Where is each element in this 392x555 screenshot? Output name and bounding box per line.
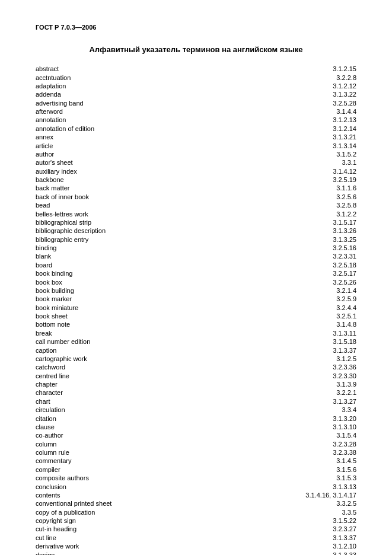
term-cell: conclusion	[36, 482, 260, 490]
term-cell: copyright sign	[36, 516, 260, 525]
ref-cell: 3.1.2.12	[260, 82, 356, 90]
term-cell: chapter	[36, 380, 260, 388]
table-row: conclusion3.1.3.13	[36, 482, 356, 490]
term-cell: book sheet	[36, 312, 260, 320]
term-cell: author	[36, 150, 260, 158]
ref-cell: 3.1.4.8	[260, 320, 356, 328]
ref-cell: 3.2.5.28	[260, 99, 356, 107]
ref-cell: 3.2.1.4	[260, 286, 356, 295]
table-row: board3.2.5.18	[36, 261, 356, 269]
ref-cell: 3.1.5.3	[260, 474, 356, 482]
term-cell: addenda	[36, 90, 260, 98]
ref-cell: 3.1.5.6	[260, 465, 356, 474]
ref-cell: 3.1.5.4	[260, 431, 356, 439]
ref-cell: 3.1.4.4	[260, 107, 356, 116]
table-row: autor's sheet3.3.1	[36, 158, 356, 167]
table-row: conventional printed sheet3.3.2.5	[36, 499, 356, 508]
table-row: bibliographical strip3.1.5.17	[36, 218, 356, 227]
term-cell: caption	[36, 346, 260, 354]
term-cell: circulation	[36, 406, 260, 414]
term-cell: bibliographic description	[36, 227, 260, 235]
table-row: acctntuation3.2.2.8	[36, 73, 356, 81]
table-row: book marker3.2.5.9	[36, 295, 356, 303]
table-row: backbone3.2.5.19	[36, 176, 356, 184]
table-row: afterword3.1.4.4	[36, 107, 356, 116]
term-cell: cut-in heading	[36, 525, 260, 533]
table-row: addenda3.1.3.22	[36, 90, 356, 98]
table-row: bibliographic entry3.1.3.25	[36, 235, 356, 244]
ref-cell: 3.1.3.33	[260, 550, 356, 555]
table-row: clause3.1.3.10	[36, 423, 356, 431]
ref-cell: 3.2.5.8	[260, 201, 356, 209]
ref-cell: 3.1.3.37	[260, 346, 356, 354]
term-cell: adaptation	[36, 82, 260, 90]
table-row: cartographic work3.1.2.5	[36, 355, 356, 363]
term-cell: column rule	[36, 448, 260, 457]
term-cell: commentary	[36, 457, 260, 465]
term-cell: book miniature	[36, 304, 260, 312]
term-cell: board	[36, 261, 260, 269]
table-row: adaptation3.1.2.12	[36, 82, 356, 90]
term-cell: book marker	[36, 295, 260, 303]
table-row: copy of a publication3.3.5	[36, 508, 356, 516]
table-row: circulation3.3.4	[36, 406, 356, 414]
table-row: bottom note3.1.4.8	[36, 320, 356, 328]
table-row: chapter3.1.3.9	[36, 380, 356, 388]
table-row: book miniature3.2.4.4	[36, 304, 356, 312]
table-row: centred line3.2.3.30	[36, 372, 356, 380]
term-cell: bibliographical strip	[36, 218, 260, 227]
table-row: bead3.2.5.8	[36, 201, 356, 209]
ref-cell: 3.2.2.1	[260, 388, 356, 397]
term-cell: book box	[36, 278, 260, 286]
term-cell: auxiliary index	[36, 167, 260, 176]
ref-cell: 3.3.5	[260, 508, 356, 516]
ref-cell: 3.1.4.16, 3.1.4.17	[260, 491, 356, 499]
ref-cell: 3.1.3.20	[260, 414, 356, 422]
ref-cell: 3.1.3.37	[260, 534, 356, 542]
ref-cell: 3.1.3.26	[260, 227, 356, 235]
table-row: annotation of edition3.1.2.14	[36, 125, 356, 133]
term-cell: annex	[36, 133, 260, 141]
ref-cell: 3.1.2.5	[260, 355, 356, 363]
page-title: Алфавитный указатель терминов на английс…	[36, 45, 356, 54]
table-row: compiler3.1.5.6	[36, 465, 356, 474]
ref-cell: 3.3.4	[260, 406, 356, 414]
ref-cell: 3.1.3.22	[260, 90, 356, 98]
ref-cell: 3.1.3.25	[260, 235, 356, 244]
table-row: belles-lettres work3.1.2.2	[36, 209, 356, 218]
ref-cell: 3.1.3.21	[260, 133, 356, 141]
ref-cell: 3.1.2.15	[260, 65, 356, 73]
table-row: column rule3.2.3.38	[36, 448, 356, 457]
term-cell: cut line	[36, 534, 260, 542]
table-row: copyright sign3.1.5.22	[36, 516, 356, 525]
ref-cell: 3.2.5.17	[260, 269, 356, 278]
table-row: annotation3.1.2.13	[36, 116, 356, 124]
term-cell: character	[36, 388, 260, 397]
table-row: chart3.1.3.27	[36, 397, 356, 406]
term-cell: citation	[36, 414, 260, 422]
term-cell: co-author	[36, 431, 260, 439]
ref-cell: 3.1.3.11	[260, 329, 356, 337]
table-row: abstract3.1.2.15	[36, 65, 356, 73]
term-cell: book binding	[36, 269, 260, 278]
term-cell: advertising band	[36, 99, 260, 107]
term-cell: abstract	[36, 65, 260, 73]
ref-cell: 3.1.3.13	[260, 482, 356, 490]
table-row: book box3.2.5.26	[36, 278, 356, 286]
term-cell: binding	[36, 244, 260, 252]
term-cell: back matter	[36, 184, 260, 192]
table-row: back matter3.1.1.6	[36, 184, 356, 192]
table-row: derivative work3.1.2.10	[36, 542, 356, 550]
ref-cell: 3.2.3.38	[260, 448, 356, 457]
ref-cell: 3.1.3.9	[260, 380, 356, 388]
table-row: advertising band3.2.5.28	[36, 99, 356, 107]
term-cell: annotation of edition	[36, 125, 260, 133]
table-row: catchword3.2.3.36	[36, 363, 356, 371]
ref-cell: 3.1.2.13	[260, 116, 356, 124]
table-row: cut line3.1.3.37	[36, 534, 356, 542]
doc-header: ГОСТ Р 7.0.3—2006	[36, 24, 356, 31]
ref-cell: 3.2.3.28	[260, 440, 356, 448]
ref-cell: 3.1.3.14	[260, 141, 356, 149]
term-cell: bibliographic entry	[36, 235, 260, 244]
table-row: co-author3.1.5.4	[36, 431, 356, 439]
